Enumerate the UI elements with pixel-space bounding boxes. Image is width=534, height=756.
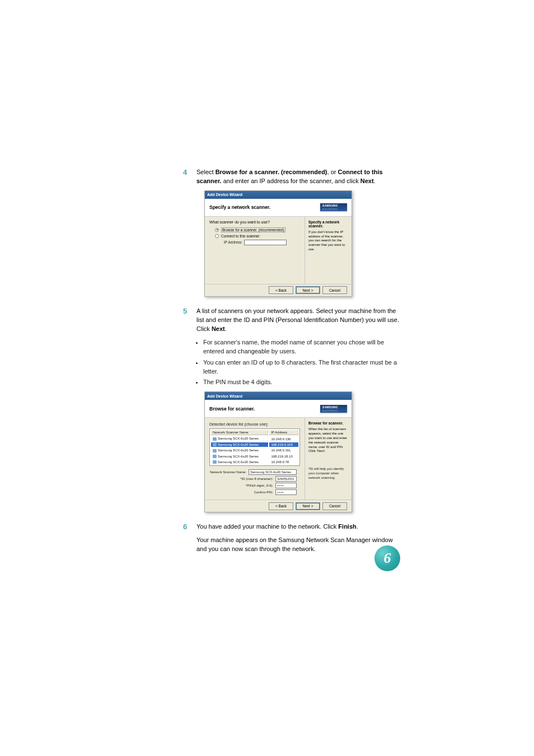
cell: Samsung SCX-6x20 Series: [218, 455, 259, 458]
radio-browse-scanner[interactable]: Browse for a scanner. (recommended): [215, 227, 300, 232]
cell: Samsung SCX-6x20 Series: [218, 449, 259, 452]
t: Browse for a scanner. (recommended): [216, 169, 327, 175]
scanner-icon: [213, 460, 217, 464]
bullet: The PIN must be 4 digits.: [203, 378, 400, 387]
wizard-titlebar: Add Device Wizard: [205, 392, 352, 400]
wizard-browse-scanner: Add Device Wizard Browse for scanner. De…: [204, 391, 352, 512]
table-row[interactable]: Samsung SCX-6x20 Series10.248.9.161: [211, 448, 298, 452]
wizard-header: Specify a network scanner.: [205, 199, 352, 217]
step6-text-2: Your machine appears on the Samsung Netw…: [193, 536, 400, 554]
pin-input[interactable]: ••••: [275, 483, 297, 488]
t: Finish: [338, 523, 356, 530]
scanner-name-input[interactable]: Samsung SCX-6x20 Series: [249, 469, 297, 475]
t: Select: [196, 169, 216, 175]
radio-icon: [215, 234, 219, 238]
wizard-side-text: If you don't know the IP address of the …: [308, 230, 348, 252]
next-button[interactable]: Next >: [296, 286, 320, 294]
scanner-table[interactable]: Network Scanner Name IP Address Samsung …: [209, 428, 300, 466]
wizard-specify-scanner: Add Device Wizard Specify a network scan…: [204, 190, 352, 297]
chapter-badge: 6: [374, 545, 400, 571]
ip-address-label: IP Address:: [224, 240, 242, 244]
table-row[interactable]: Samsung SCX-6x20 Series10.248.9.78: [211, 460, 298, 464]
wizard-header-title: Browse for scanner.: [209, 406, 255, 412]
cell: Samsung SCX-6x20 Series: [218, 443, 259, 446]
scanner-icon: [213, 437, 217, 441]
step4-text: Select Browse for a scanner. (recommende…: [193, 168, 400, 186]
next-button[interactable]: Next >: [296, 502, 320, 510]
cell: 10.248.9.161: [269, 448, 298, 452]
samsung-logo: [320, 405, 347, 413]
wizard-title: Add Device Wizard: [207, 394, 242, 398]
detected-list-label: Detected device list (choose one):: [209, 422, 300, 426]
wizard-side-title: Browse for scanner.: [308, 421, 348, 425]
field-label: Network Scanner Name:: [210, 470, 246, 474]
ip-address-input[interactable]: ....: [244, 240, 287, 245]
back-button[interactable]: < Back: [269, 286, 293, 294]
radio-icon: [215, 228, 219, 232]
t: .: [357, 523, 358, 530]
t: Next: [360, 178, 374, 184]
samsung-logo: [320, 203, 347, 211]
field-label: *ID (max 8 character):: [240, 477, 273, 480]
field-label: *PIN(4 digits, 0-9):: [246, 484, 273, 487]
cell: 168.219.6.163: [269, 442, 298, 447]
cell: 10.248.9.78: [269, 460, 298, 464]
cell: 10.248.9.136: [269, 436, 298, 441]
col-scanner-name: Network Scanner Name: [211, 430, 268, 435]
id-input[interactable]: SAMSUNG: [275, 476, 297, 482]
cell: Samsung SCX-6x20 Series: [218, 437, 259, 440]
bullet: You can enter an ID of up to 8 character…: [203, 358, 400, 376]
t: You have added your machine to the netwo…: [196, 523, 338, 530]
scanner-icon: [213, 455, 217, 458]
wizard-titlebar: Add Device Wizard: [205, 191, 352, 199]
confirm-pin-input[interactable]: ••••: [275, 489, 297, 495]
cell: 168.219.18.10: [269, 454, 298, 459]
scanner-icon: [213, 449, 217, 452]
radio-label: Browse for a scanner. (recommended): [221, 227, 285, 232]
radio-connect-scanner[interactable]: Connect to this scanner:: [215, 234, 300, 238]
t: .: [225, 325, 227, 332]
step5-bullets: For scanner's name, the model name of sc…: [203, 338, 400, 388]
cell: Samsung SCX-6x20 Series: [218, 460, 259, 464]
bullet: For scanner's name, the model name of sc…: [203, 338, 400, 356]
wizard-header-title: Specify a network scanner.: [209, 204, 270, 210]
wizard-side-text: When the list of scanners appears, selec…: [308, 427, 348, 454]
t: A list of scanners on your network appea…: [196, 307, 399, 332]
radio-label: Connect to this scanner:: [221, 234, 260, 238]
t: .: [374, 178, 376, 184]
step-number-6: 6: [183, 522, 187, 531]
step6-text-1: You have added your machine to the netwo…: [193, 522, 400, 531]
table-row[interactable]: Samsung SCX-6x20 Series10.248.9.136: [211, 436, 298, 441]
wizard-title: Add Device Wizard: [207, 193, 242, 197]
back-button[interactable]: < Back: [269, 502, 293, 510]
t: Next: [212, 325, 225, 332]
cancel-button[interactable]: Cancel: [322, 286, 347, 294]
col-ip-address: IP Address: [269, 430, 298, 435]
step5-text: A list of scanners on your network appea…: [193, 307, 400, 334]
wizard-header: Browse for scanner.: [205, 400, 352, 418]
step-number-4: 4: [183, 168, 187, 176]
chapter-number: 6: [384, 550, 391, 567]
cancel-button[interactable]: Cancel: [322, 502, 347, 510]
table-row[interactable]: Samsung SCX-6x20 Series168.219.6.163: [211, 442, 298, 447]
t: and enter an IP address for the scanner,…: [222, 178, 360, 184]
table-row[interactable]: Samsung SCX-6x20 Series168.219.18.10: [211, 454, 298, 459]
field-label: Confirm PIN:: [254, 491, 273, 494]
scanner-icon: [213, 443, 217, 446]
t: , or: [327, 169, 338, 175]
wizard-side-note: *ID will help you identify your computer…: [308, 467, 348, 480]
step-number-5: 5: [183, 307, 187, 315]
wizard-side-title: Specify a network scanner.: [308, 220, 348, 228]
wizard-question: What scanner do you want to use?: [209, 220, 300, 224]
